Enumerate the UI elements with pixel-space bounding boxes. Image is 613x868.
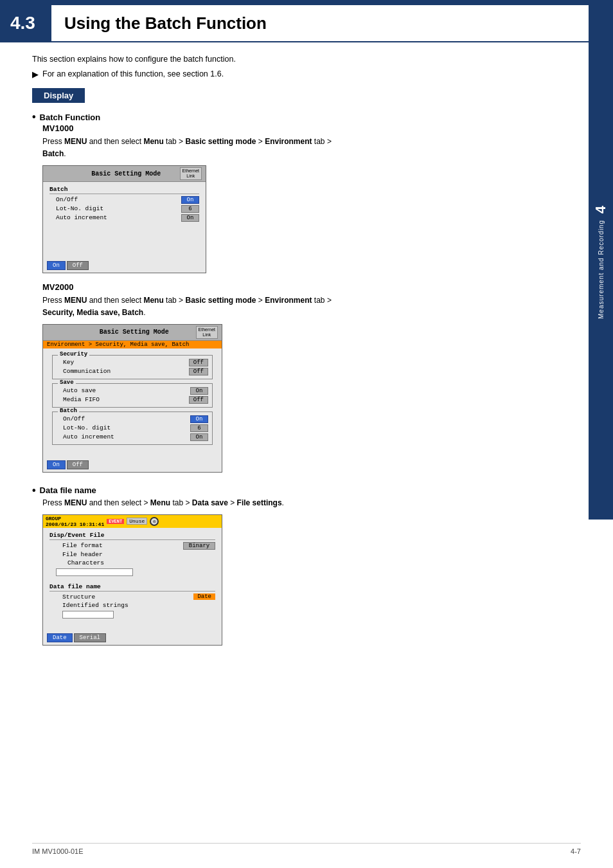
mv2000-subsection: MV2000 Press MENU and then select Menu t… bbox=[32, 282, 555, 473]
mv2000-autosave-value: On bbox=[190, 387, 208, 395]
batch-function-heading: • Batch Function bbox=[32, 112, 555, 122]
mv1000-env-tab: Environment bbox=[265, 137, 312, 146]
mv1000-menu-label: Menu bbox=[143, 137, 163, 146]
mv2000-auto-value: On bbox=[190, 433, 208, 441]
mv1000-row-auto: Auto increment On bbox=[49, 213, 199, 222]
mv1000-off-btn[interactable]: Off bbox=[67, 261, 89, 270]
mv2000-onoff-row: On/Off On bbox=[57, 415, 208, 424]
group-label: GROUP2008/01/23 10:31:41 bbox=[46, 516, 104, 527]
data-filename-screen: GROUP2008/01/23 10:31:41 EVENT Unuse ◎ D… bbox=[42, 514, 222, 646]
footer-left: IM MV1000-01E bbox=[32, 847, 83, 855]
mv2000-screen-header: Basic Setting Mode EthernetLink bbox=[43, 325, 222, 340]
mv2000-label: MV2000 bbox=[42, 282, 555, 292]
display-label: Display bbox=[32, 88, 85, 103]
footer-right: 4-7 bbox=[571, 847, 581, 855]
mv1000-menu-key: MENU bbox=[64, 137, 87, 146]
intro-line1: This section explains how to configure t… bbox=[32, 53, 555, 66]
security-label: Security bbox=[58, 351, 89, 357]
mv2000-screen-body: Security Key Off Communication Off Save bbox=[43, 348, 222, 458]
mv1000-on-btn[interactable]: On bbox=[47, 261, 66, 270]
data-filename-instruction: Press MENU and then select > Menu tab > … bbox=[42, 497, 555, 509]
mv1000-subsection: MV1000 Press MENU and then select Menu t… bbox=[32, 123, 555, 273]
mv2000-screen: Basic Setting Mode EthernetLink Environm… bbox=[42, 324, 222, 472]
mv2000-auto-row: Auto increment On bbox=[57, 433, 208, 442]
display-label-container: Display bbox=[32, 88, 555, 112]
mv2000-onoff-value: On bbox=[190, 415, 208, 423]
mv2000-off-btn[interactable]: Off bbox=[67, 460, 89, 469]
unuse-badge: Unuse bbox=[127, 518, 147, 525]
main-content: This section explains how to configure t… bbox=[0, 53, 587, 646]
page-footer: IM MV1000-01E 4-7 bbox=[32, 843, 581, 855]
mv2000-on-btn[interactable]: On bbox=[47, 460, 66, 469]
mv2000-key-value: Off bbox=[189, 359, 208, 366]
dfn-datasave: Data save bbox=[192, 498, 228, 507]
data-filename-title: Data file name bbox=[40, 485, 96, 495]
dfn-menu-label: Menu bbox=[150, 498, 170, 507]
dfn-menu-key: MENU bbox=[64, 498, 87, 507]
structure-value: Date bbox=[193, 593, 215, 600]
mv2000-screen-title: Basic Setting Mode bbox=[73, 329, 196, 336]
mv1000-auto-value: On bbox=[181, 214, 199, 222]
mv1000-screen-title: Basic Setting Mode bbox=[73, 170, 180, 177]
mv2000-lot-value: 6 bbox=[190, 424, 208, 432]
data-file-body: Disp/Event File File format Binary File … bbox=[43, 528, 222, 631]
mv2000-mediafifo-value: Off bbox=[189, 396, 208, 404]
mv2000-menu-label: Menu bbox=[143, 296, 163, 305]
mv2000-footer: On Off bbox=[43, 458, 222, 472]
file-format-value: Binary bbox=[183, 542, 215, 550]
date-btn[interactable]: Date bbox=[47, 633, 73, 642]
data-filename-heading: • Data file name bbox=[32, 485, 555, 496]
top-bar bbox=[0, 0, 613, 5]
bullet-dot: • bbox=[32, 112, 36, 122]
section-number-text: 4.3 bbox=[10, 13, 35, 33]
mv2000-empty-space bbox=[49, 448, 215, 454]
sidebar-chapter-number: 4 bbox=[592, 206, 609, 213]
sidebar-chapter-text: Measurement and Recording bbox=[598, 220, 605, 319]
mv2000-breadcrumb: Environment > Security, Media save, Batc… bbox=[43, 341, 222, 348]
mv1000-screen: Basic Setting Mode EthernetLink Batch On… bbox=[42, 165, 206, 273]
mv1000-empty-space bbox=[49, 222, 199, 255]
batch-function-section: • Batch Function MV1000 Press MENU and t… bbox=[32, 112, 555, 473]
mv2000-autosave-row: Auto save On bbox=[57, 386, 208, 395]
event-icon-badge: EVENT bbox=[107, 519, 124, 524]
mv1000-screen-header: Basic Setting Mode EthernetLink bbox=[43, 166, 206, 181]
mv1000-instruction: Press MENU and then select Menu tab > Ba… bbox=[42, 136, 555, 160]
data-filename-section: • Data file name Press MENU and then sel… bbox=[32, 485, 555, 646]
right-sidebar: 4 Measurement and Recording bbox=[589, 5, 613, 520]
arrow-icon: ▶ bbox=[32, 69, 39, 79]
save-group: Save Auto save On Media FIFO Off bbox=[52, 383, 213, 408]
mv1000-lot-value: 6 bbox=[181, 205, 199, 213]
mv2000-mediafifo-row: Media FIFO Off bbox=[57, 395, 208, 404]
mv2000-menu-key: MENU bbox=[64, 296, 87, 305]
mv2000-env-tab: Environment bbox=[265, 296, 312, 305]
identified-field bbox=[62, 611, 209, 620]
mv2000-instruction: Press MENU and then select Menu tab > Ba… bbox=[42, 294, 555, 319]
circle-icon: ◎ bbox=[150, 517, 159, 526]
intro-line2: ▶ For an explanation of this function, s… bbox=[32, 69, 555, 79]
serial-btn[interactable]: Serial bbox=[74, 633, 106, 642]
mv2000-comm-row: Communication Off bbox=[57, 367, 208, 376]
dfn-filesettings: File settings bbox=[237, 498, 282, 507]
mv1000-mode: Basic setting mode bbox=[185, 137, 256, 146]
file-format-row: File format Binary bbox=[49, 541, 215, 550]
identified-strings-row: Identified strings bbox=[49, 601, 215, 610]
mv1000-screen-body: Batch On/Off On Lot-No. digit 6 Auto inc… bbox=[43, 182, 206, 258]
structure-row: Structure Date bbox=[49, 593, 215, 601]
identified-input[interactable] bbox=[62, 611, 114, 619]
section-header: 4.3 Using the Batch Function bbox=[0, 5, 613, 42]
mv2000-ethernet-badge: EthernetLink bbox=[196, 326, 218, 338]
characters-input[interactable] bbox=[56, 568, 133, 576]
mv1000-row-lot: Lot-No. digit 6 bbox=[49, 204, 199, 213]
bullet-dot-2: • bbox=[32, 485, 36, 496]
mv1000-footer: On Off bbox=[43, 258, 206, 273]
section-title-block: Using the Batch Function bbox=[51, 5, 280, 41]
mv1000-ethernet-badge: EthernetLink bbox=[180, 167, 202, 179]
mv2000-lot-row: Lot-No. digit 6 bbox=[57, 424, 208, 433]
disp-event-label: Disp/Event File bbox=[49, 532, 215, 540]
screen-top-bar: GROUP2008/01/23 10:31:41 EVENT Unuse ◎ bbox=[43, 515, 222, 528]
characters-row: Characters bbox=[49, 559, 215, 567]
mv1000-batch-label: Batch bbox=[49, 186, 199, 194]
characters-field bbox=[56, 568, 209, 578]
intro-line2-text: For an explanation of this function, see… bbox=[42, 69, 224, 78]
batch-function-title: Batch Function bbox=[40, 113, 101, 122]
